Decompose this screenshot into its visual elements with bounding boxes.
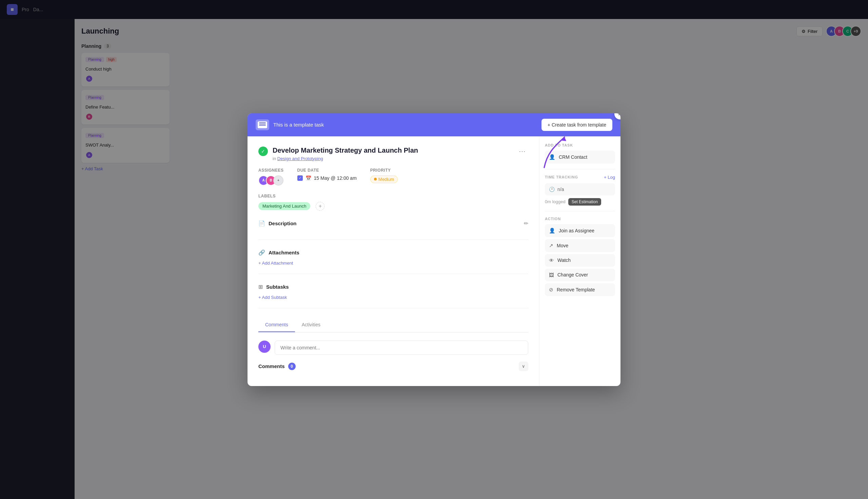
set-estimation-button[interactable]: Set Estimation — [568, 198, 601, 206]
comments-count-header: Comments 0 ∨ — [258, 362, 528, 371]
task-location-link[interactable]: Design and Prototyping — [277, 156, 323, 161]
modal-close-button[interactable]: ✕ — [615, 113, 620, 119]
attachments-section: 🔗 Attachments + Add Attachment — [258, 250, 528, 274]
tabs-bar: Comments Activities — [258, 318, 528, 332]
due-date-field: Due Date ✓ 📅 15 May @ 12:00 am — [297, 168, 357, 185]
comment-input[interactable] — [275, 341, 528, 355]
priority-badge: Medium — [370, 175, 398, 183]
tab-comments[interactable]: Comments — [258, 318, 295, 332]
modal-header-left: This is a template task — [256, 119, 324, 130]
template-icon — [256, 119, 269, 130]
task-location: in Design and Prototyping — [273, 156, 511, 161]
fields-row: Assignees A B + Due Date — [258, 168, 528, 185]
calendar-icon: 📅 — [306, 175, 311, 181]
crm-contact-icon: 👤 — [549, 154, 555, 160]
description-section: 📄 Description ✏ — [258, 220, 528, 240]
subtasks-title: Subtasks — [266, 284, 289, 290]
subtasks-icon: ⊞ — [258, 283, 263, 290]
labels-label: Labels — [258, 194, 528, 198]
date-checkbox: ✓ — [297, 175, 303, 181]
sidebar-divider-2 — [545, 211, 615, 211]
create-task-from-template-button[interactable]: + Create task from template — [542, 119, 612, 131]
move-icon: ↗ — [549, 243, 553, 249]
time-display: 🕐 n/a — [545, 183, 615, 195]
modal-sidebar: ADD TO TASK 👤 CRM Contact TIME TRACKING … — [539, 136, 620, 386]
task-info: Develop Marketing Strategy and Launch Pl… — [273, 146, 511, 161]
log-button[interactable]: + Log — [604, 175, 615, 180]
description-header: 📄 Description ✏ — [258, 220, 528, 227]
priority-field: Priority Medium — [370, 168, 398, 185]
label-chip-marketing: Marketing And Launch — [258, 202, 310, 210]
description-icon: 📄 — [258, 220, 265, 227]
crm-contact-button[interactable]: 👤 CRM Contact — [545, 150, 615, 163]
labels-chips: Marketing And Launch + — [258, 202, 528, 211]
tab-activities[interactable]: Activities — [295, 318, 327, 332]
task-title-section: ✓ Develop Marketing Strategy and Launch … — [258, 146, 528, 161]
clock-icon: 🕐 — [549, 186, 555, 192]
attachments-header: 🔗 Attachments — [258, 250, 528, 256]
attachments-title: Attachments — [269, 250, 299, 255]
modal-header-title: This is a template task — [273, 122, 324, 127]
assignee-avatar-add[interactable]: + — [273, 175, 284, 185]
add-label-button[interactable]: + — [316, 202, 324, 211]
template-icon-line — [259, 122, 266, 123]
due-date-label: Due Date — [297, 168, 357, 173]
join-icon: 👤 — [549, 228, 555, 234]
modal-main: ✓ Develop Marketing Strategy and Launch … — [248, 136, 539, 386]
task-status-icon: ✓ — [258, 147, 268, 156]
change-cover-button[interactable]: 🖼 Change Cover — [545, 269, 615, 281]
attachments-icon: 🔗 — [258, 250, 265, 256]
add-subtask-link[interactable]: + Add Subtask — [258, 295, 528, 300]
sidebar-divider-1 — [545, 169, 615, 169]
modal-overlay: This is a template task + Create task fr… — [0, 0, 868, 499]
comments-title: Comments — [258, 363, 285, 369]
template-icon-inner — [258, 121, 267, 128]
subtasks-header: ⊞ Subtasks — [258, 283, 528, 290]
modal-body: ✓ Develop Marketing Strategy and Launch … — [248, 136, 620, 386]
modal-header: This is a template task + Create task fr… — [248, 113, 620, 136]
priority-label: Priority — [370, 168, 398, 173]
watch-button[interactable]: 👁 Watch — [545, 254, 615, 267]
comment-avatar: U — [258, 341, 271, 353]
move-button[interactable]: ↗ Move — [545, 239, 615, 252]
comments-count-badge: 0 — [288, 363, 296, 370]
time-tracking-label: TIME TRACKING — [545, 175, 578, 179]
due-date-value[interactable]: ✓ 📅 15 May @ 12:00 am — [297, 175, 357, 181]
time-tracking-header: TIME TRACKING + Log — [545, 175, 615, 180]
remove-template-button[interactable]: ⊘ Remove Template — [545, 283, 615, 296]
change-cover-icon: 🖼 — [549, 272, 554, 278]
time-logged: 0m logged Set Estimation — [545, 198, 615, 206]
task-modal: This is a template task + Create task fr… — [248, 113, 620, 386]
remove-template-icon: ⊘ — [549, 287, 553, 293]
add-to-task-label: ADD TO TASK — [545, 143, 615, 147]
template-icon-line — [259, 124, 266, 125]
comment-box: U — [258, 341, 528, 355]
description-title: Description — [269, 220, 297, 226]
assignee-avatar-group: A B + — [258, 175, 284, 185]
assignees-field: Assignees A B + — [258, 168, 284, 185]
more-options-button[interactable]: ⋯ — [516, 146, 528, 157]
assignees-label: Assignees — [258, 168, 284, 173]
watch-icon: 👁 — [549, 257, 554, 263]
assignees-value: A B + — [258, 175, 284, 185]
add-attachment-link[interactable]: + Add Attachment — [258, 260, 528, 266]
join-as-assignee-button[interactable]: 👤 Join as Assignee — [545, 224, 615, 237]
labels-section: Labels Marketing And Launch + — [258, 194, 528, 211]
subtasks-section: ⊞ Subtasks + Add Subtask — [258, 283, 528, 308]
task-title: Develop Marketing Strategy and Launch Pl… — [273, 146, 511, 155]
priority-dot — [374, 178, 377, 181]
action-label: ACTION — [545, 217, 615, 221]
comments-toggle-button[interactable]: ∨ — [519, 362, 528, 371]
description-edit-button[interactable]: ✏ — [524, 220, 528, 227]
priority-value[interactable]: Medium — [370, 175, 398, 183]
chevron-down-icon: ∨ — [522, 364, 525, 369]
close-icon: ✕ — [618, 113, 621, 117]
